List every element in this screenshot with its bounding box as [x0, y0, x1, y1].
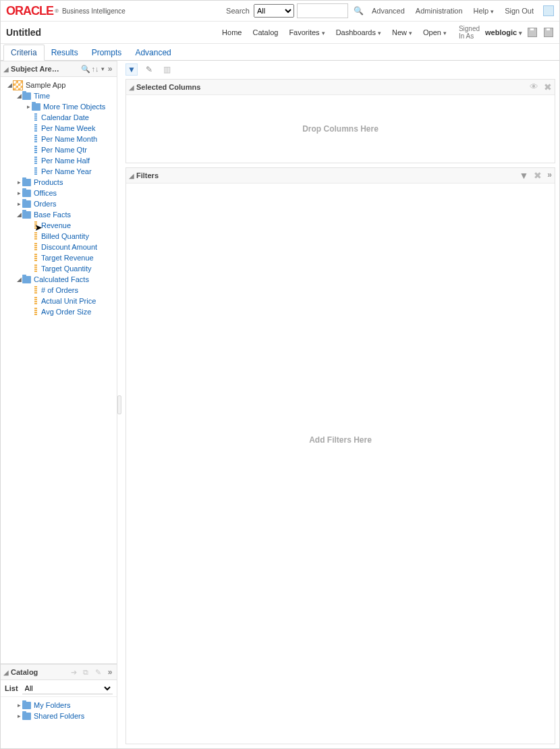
editor-body: ◢ Subject Are… 🔍 ↑↓ » ◢Sample App ◢Time …	[1, 61, 559, 748]
nav-favorites[interactable]: Favorites	[289, 28, 325, 36]
tree-fact-orders[interactable]: # of Orders	[2, 285, 115, 296]
administration-link[interactable]: Administration	[416, 7, 463, 15]
tree-root[interactable]: ◢Sample App	[2, 80, 115, 90]
search-tree-icon[interactable]: 🔍	[82, 65, 90, 73]
clear-filter-icon[interactable]: ✖	[534, 170, 542, 181]
tree-folder-offices[interactable]: ▸Offices	[2, 188, 115, 198]
properties-icon[interactable]: ▥	[161, 63, 173, 76]
search-icon[interactable]: 🔍	[354, 6, 364, 16]
tree-folder-base-facts[interactable]: ◢Base Facts	[2, 209, 115, 220]
collapse-icon[interactable]: ◢	[129, 172, 134, 179]
expand-toggle-icon[interactable]: ◢	[6, 80, 13, 90]
advanced-link[interactable]: Advanced	[372, 7, 405, 15]
expand-toggle-icon[interactable]: ▸	[16, 198, 22, 209]
catalog-list-row: List All	[1, 680, 117, 697]
tab-results[interactable]: Results	[45, 45, 85, 60]
nav-open[interactable]: Open	[423, 28, 447, 36]
tree-fact-revenue[interactable]: Revenue	[2, 220, 115, 231]
catalog-my-folders[interactable]: ▸My Folders	[2, 700, 115, 711]
folder-icon	[22, 276, 31, 283]
folder-icon	[22, 211, 31, 219]
add-filter-icon[interactable]: ▼	[519, 170, 528, 181]
tree-col-calendar-date[interactable]: Calendar Date	[2, 112, 115, 123]
app-window: ORACLE® Business Intelligence Search All…	[0, 0, 560, 749]
expand-panel-icon[interactable]: »	[106, 668, 114, 676]
measure-icon	[34, 286, 37, 294]
tree-folder-calc-facts[interactable]: ◢Calculated Facts	[2, 274, 115, 285]
collapse-icon[interactable]: ◢	[3, 669, 9, 676]
folder-icon	[22, 190, 31, 197]
edit-icon[interactable]: ✎	[94, 668, 102, 676]
expand-toggle-icon[interactable]: ▸	[16, 188, 22, 198]
side-panel: ◢ Subject Are… 🔍 ↑↓ » ◢Sample App ◢Time …	[1, 61, 117, 748]
tree-col-half[interactable]: Per Name Half	[2, 155, 115, 166]
tree-folder-more-time[interactable]: ▸More Time Objects	[2, 101, 115, 112]
columns-drop-zone[interactable]: Drop Columns Here	[126, 95, 555, 163]
filters-drop-zone[interactable]: Add Filters Here	[126, 184, 555, 696]
save-icon[interactable]	[528, 28, 537, 37]
expand-toggle-icon[interactable]: ◢	[16, 274, 22, 285]
save-as-icon[interactable]	[544, 28, 553, 37]
catalog-shared-folders[interactable]: ▸Shared Folders	[2, 711, 115, 721]
tree-col-month[interactable]: Per Name Month	[2, 134, 115, 144]
catalog-panel: ◢ Catalog ➔ ⧉ ✎ » List All ▸My	[1, 663, 117, 748]
go-icon[interactable]: ➔	[69, 668, 78, 676]
collapse-icon[interactable]: ◢	[3, 65, 9, 73]
save-toolbar: i	[528, 27, 560, 38]
remove-all-icon[interactable]: ✖	[544, 82, 552, 92]
filters-section: ◢ Filters ▼ ✖ » Add Filters Here	[125, 167, 555, 744]
tab-prompts[interactable]: Prompts	[85, 45, 129, 60]
nav-dashboards[interactable]: Dashboards	[336, 28, 381, 36]
collapse-icon[interactable]: ◢	[129, 84, 134, 91]
nav-home[interactable]: Home	[222, 28, 242, 36]
tree-fact-avg-order[interactable]: Avg Order Size	[2, 306, 115, 317]
product-subtitle: Business Intelligence	[62, 7, 125, 15]
search-label: Search	[226, 7, 250, 15]
tab-criteria[interactable]: Criteria	[3, 45, 45, 61]
user-menu[interactable]: weblogic	[485, 28, 522, 36]
tree-folder-products[interactable]: ▸Products	[2, 177, 115, 188]
expand-toggle-icon[interactable]: ◢	[16, 209, 22, 220]
search-scope-select[interactable]: All	[254, 4, 294, 18]
expand-panel-icon[interactable]: »	[547, 170, 552, 181]
expand-toggle-icon[interactable]: ▸	[16, 711, 22, 721]
tab-advanced[interactable]: Advanced	[128, 45, 177, 60]
sign-out-link[interactable]: Sign Out	[505, 7, 534, 15]
global-header: ORACLE® Business Intelligence Search All…	[1, 1, 559, 22]
tree-col-week[interactable]: Per Name Week	[2, 123, 115, 134]
expand-toggle-icon[interactable]: ▸	[25, 101, 32, 112]
expand-panel-icon[interactable]: »	[106, 65, 114, 73]
expand-toggle-icon[interactable]: ▸	[16, 700, 22, 711]
nav-catalog[interactable]: Catalog	[252, 28, 278, 36]
tree-folder-orders[interactable]: ▸Orders	[2, 198, 115, 209]
tree-fact-discount[interactable]: Discount Amount	[2, 242, 115, 252]
sort-icon[interactable]: ↑↓	[94, 65, 102, 73]
expand-toggle-icon[interactable]: ▸	[16, 177, 22, 188]
signed-in-label: Signed In As	[459, 25, 480, 40]
filter-icon[interactable]: ▼	[125, 63, 138, 76]
tree-fact-target-qty[interactable]: Target Quantity	[2, 263, 115, 274]
nav-new[interactable]: New	[392, 28, 412, 36]
folder-icon	[32, 103, 40, 111]
secondary-header: Untitled Home Catalog Favorites Dashboar…	[1, 22, 559, 44]
selected-columns-section: ◢ Selected Columns 👁 ✖ Drop Columns Here	[125, 79, 555, 163]
copy-icon[interactable]: ⧉	[82, 668, 90, 676]
tree-fact-target-rev[interactable]: Target Revenue	[2, 252, 115, 263]
tree-fact-unit-price[interactable]: Actual Unit Price	[2, 296, 115, 306]
measure-icon	[34, 243, 37, 251]
selected-columns-header: ◢ Selected Columns 👁 ✖	[126, 80, 555, 95]
tree-folder-time[interactable]: ◢Time	[2, 90, 115, 101]
edit-formula-icon[interactable]: ✎	[143, 63, 155, 76]
editor-tabs: Criteria Results Prompts Advanced	[1, 44, 559, 61]
tree-col-qtr[interactable]: Per Name Qtr	[2, 144, 115, 155]
tree-col-year[interactable]: Per Name Year	[2, 166, 115, 177]
selected-columns-title: Selected Columns	[136, 83, 200, 91]
catalog-header: ◢ Catalog ➔ ⧉ ✎ »	[1, 664, 117, 680]
tree-fact-billed-qty[interactable]: Billed Quantity	[2, 231, 115, 242]
help-menu[interactable]: Help	[474, 7, 495, 15]
search-input[interactable]	[297, 3, 348, 18]
catalog-list-select[interactable]: All	[22, 682, 113, 694]
accessibility-icon[interactable]	[543, 5, 554, 16]
expand-toggle-icon[interactable]: ◢	[16, 90, 22, 101]
preview-icon[interactable]: 👁	[530, 82, 538, 92]
